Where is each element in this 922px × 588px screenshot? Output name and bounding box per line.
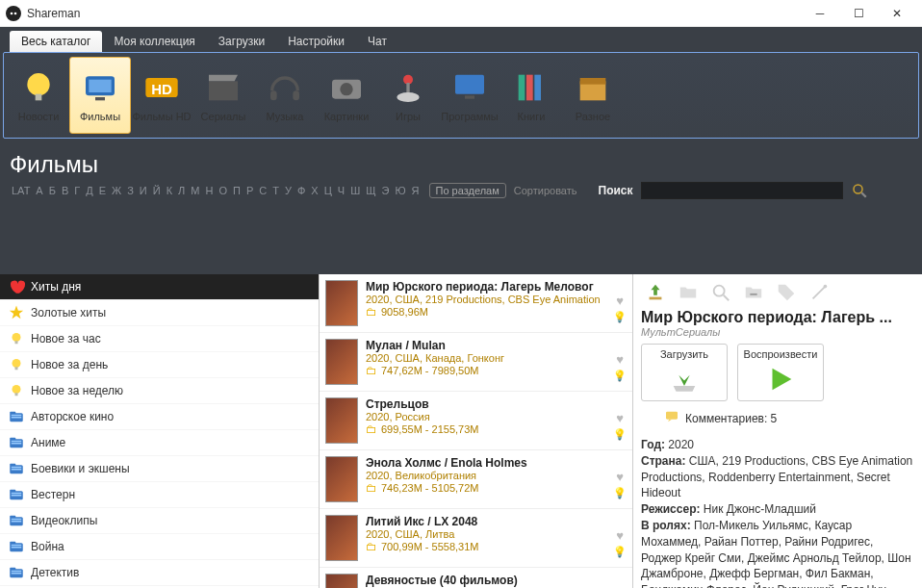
- alpha-Ф[interactable]: Ф: [295, 185, 307, 196]
- alpha-Р[interactable]: Р: [244, 185, 255, 196]
- heart-icon[interactable]: ♥: [616, 528, 624, 543]
- tab-4[interactable]: Чат: [356, 31, 398, 52]
- sidebar-item-0[interactable]: Хиты дня: [0, 274, 319, 300]
- app-title: Shareman: [27, 7, 80, 20]
- tab-3[interactable]: Настройки: [276, 31, 356, 52]
- alpha-Е[interactable]: Е: [97, 185, 108, 196]
- heart-icon[interactable]: ♥: [616, 352, 624, 367]
- tool-box[interactable]: Разное: [562, 57, 624, 134]
- tool-monitor[interactable]: Программы: [439, 57, 500, 134]
- search-icon[interactable]: [710, 282, 731, 303]
- tag-icon[interactable]: [776, 282, 797, 303]
- tool-books[interactable]: Книги: [500, 57, 562, 134]
- sidebar-item-11[interactable]: Детектив: [0, 560, 319, 586]
- svg-rect-42: [12, 467, 22, 469]
- svg-rect-45: [10, 490, 15, 493]
- list-item[interactable]: Мулан / Mulan2020, США, Канада, Гонконг🗀…: [320, 333, 632, 392]
- list-item[interactable]: Мир Юрского периода: Лагерь Меловог2020,…: [320, 274, 632, 333]
- tool-clapper[interactable]: Сериалы: [192, 57, 254, 134]
- alpha-С[interactable]: С: [257, 185, 269, 196]
- alpha-Ш[interactable]: Ш: [348, 185, 362, 196]
- tab-1[interactable]: Моя коллекция: [102, 31, 206, 52]
- sidebar-item-1[interactable]: Золотые хиты: [0, 300, 319, 326]
- tool-hd[interactable]: HDФильмы HD: [131, 57, 192, 134]
- by-sections-button[interactable]: По разделам: [429, 183, 506, 198]
- alpha-Ж[interactable]: Ж: [110, 185, 123, 196]
- heart-icon[interactable]: ♥: [616, 470, 624, 484]
- sidebar-item-5[interactable]: Авторское кино: [0, 404, 319, 430]
- maximize-button[interactable]: ☐: [839, 2, 878, 25]
- folder-icon: [8, 538, 25, 555]
- alpha-Й[interactable]: Й: [151, 185, 163, 196]
- alpha-Ю[interactable]: Ю: [393, 185, 407, 196]
- joystick-icon: [389, 68, 427, 107]
- alpha-Л[interactable]: Л: [176, 185, 187, 196]
- folder-icon[interactable]: [678, 282, 699, 303]
- sidebar-item-9[interactable]: Видеоклипы: [0, 508, 319, 534]
- clapper-icon: [204, 68, 243, 107]
- svg-rect-46: [12, 493, 22, 495]
- alpha-Ц[interactable]: Ц: [322, 185, 334, 196]
- folder-icon: [8, 486, 25, 503]
- tool-tv[interactable]: Фильмы: [69, 57, 131, 134]
- alpha-М[interactable]: М: [189, 185, 201, 196]
- tool-joystick[interactable]: Игры: [377, 57, 439, 134]
- alpha-Я[interactable]: Я: [410, 185, 422, 196]
- tool-headphones[interactable]: Музыка: [254, 57, 316, 134]
- comments-link[interactable]: Комментариев: 5: [664, 409, 914, 427]
- sort-button[interactable]: Сортировать: [514, 185, 577, 196]
- sidebar-item-8[interactable]: Вестерн: [0, 482, 319, 508]
- alpha-Г[interactable]: Г: [72, 185, 82, 196]
- sidebar-item-7[interactable]: Боевики и экшены: [0, 456, 319, 482]
- tool-camera[interactable]: Картинки: [316, 57, 377, 134]
- search-input[interactable]: [641, 182, 843, 199]
- sidebar-item-4[interactable]: Новое за неделю: [0, 378, 319, 404]
- alpha-У[interactable]: У: [283, 185, 294, 196]
- alpha-Д[interactable]: Д: [84, 185, 94, 196]
- alpha-Э[interactable]: Э: [380, 185, 392, 196]
- alpha-Щ[interactable]: Щ: [364, 185, 377, 196]
- folder-icon: [8, 512, 25, 529]
- alpha-К[interactable]: К: [165, 185, 174, 196]
- alpha-Т[interactable]: Т: [270, 185, 281, 196]
- alpha-Н[interactable]: Н: [203, 185, 215, 196]
- sidebar-item-6[interactable]: Аниме: [0, 430, 319, 456]
- list-item[interactable]: Девяностые (40 фильмов)2016-2019, Россия…: [320, 568, 632, 588]
- upload-icon[interactable]: [645, 282, 666, 303]
- search-icon[interactable]: [849, 182, 870, 199]
- folder-icon: [8, 408, 25, 425]
- tab-0[interactable]: Весь каталог: [10, 31, 102, 52]
- alpha-LAT[interactable]: LAT: [10, 185, 32, 196]
- alpha-В[interactable]: В: [60, 185, 70, 196]
- minimize-button[interactable]: ─: [801, 2, 839, 25]
- alpha-Ч[interactable]: Ч: [336, 185, 346, 196]
- remove-folder-icon[interactable]: [743, 282, 764, 303]
- tab-2[interactable]: Загрузки: [207, 31, 276, 52]
- alpha-И[interactable]: И: [138, 185, 149, 196]
- list-item[interactable]: Литий Икс / LX 20482020, США, Литва🗀 700…: [320, 509, 632, 568]
- thumbnail: [325, 574, 358, 588]
- tool-bulb[interactable]: Новости: [8, 57, 69, 134]
- close-button[interactable]: ✕: [878, 2, 916, 25]
- list-item[interactable]: Стрельцов2020, Россия🗀 699,55M - 2155,73…: [320, 392, 632, 450]
- alpha-П[interactable]: П: [231, 185, 243, 196]
- list-item[interactable]: Энола Холмс / Enola Holmes2020, Великобр…: [320, 450, 632, 509]
- hd-icon: HD: [142, 68, 181, 107]
- alpha-О[interactable]: О: [217, 185, 229, 196]
- bulb-icon: 💡: [613, 546, 627, 558]
- section-header: Фильмы LATАБВГДЕЖЗИЙКЛМНОПРСТУФХЦЧШЩЭЮЯП…: [0, 145, 922, 209]
- sidebar-item-2[interactable]: Новое за час: [0, 326, 319, 352]
- heart-icon[interactable]: ♥: [616, 294, 624, 308]
- alpha-З[interactable]: З: [125, 185, 136, 196]
- svg-rect-49: [10, 516, 15, 519]
- sidebar-item-10[interactable]: Война: [0, 534, 319, 560]
- alpha-А[interactable]: А: [34, 185, 44, 196]
- alpha-Х[interactable]: Х: [309, 185, 320, 196]
- wand-icon[interactable]: [808, 282, 830, 303]
- download-button[interactable]: Загрузить: [641, 344, 728, 401]
- svg-rect-19: [519, 75, 525, 101]
- play-button[interactable]: Воспроизвести: [737, 344, 824, 401]
- heart-icon[interactable]: ♥: [616, 411, 624, 425]
- alpha-Б[interactable]: Б: [47, 185, 58, 196]
- sidebar-item-3[interactable]: Новое за день: [0, 352, 319, 378]
